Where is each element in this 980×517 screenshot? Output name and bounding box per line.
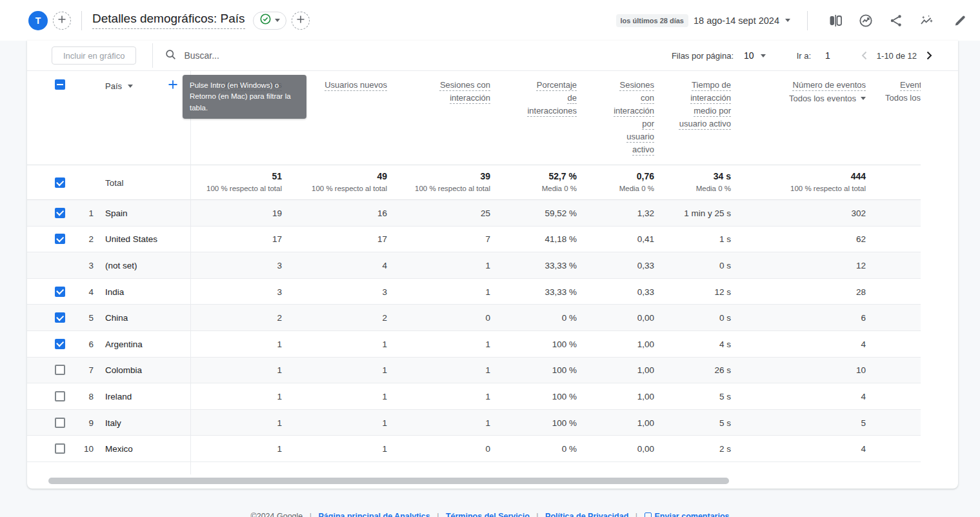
cell-event-count: 4 <box>861 339 866 349</box>
key-events-filter-dropdown[interactable]: Todos los eventos <box>885 93 921 103</box>
row-checkbox[interactable] <box>55 365 65 375</box>
cell-new-users: 2 <box>382 313 387 323</box>
rows-per-page-select[interactable]: 10 <box>744 50 754 61</box>
chevron-left-icon <box>860 50 868 61</box>
row-checkbox[interactable] <box>55 443 65 454</box>
copyright: ©2024 Google <box>250 512 303 517</box>
cell-new-users: 1 <box>382 339 387 349</box>
row-checkbox[interactable] <box>55 418 65 428</box>
share-button[interactable] <box>888 12 905 29</box>
table-row: 5 China 2 2 0 0 % 0,00 0 s 6 <box>27 305 921 331</box>
goto-page-input[interactable]: 1 <box>825 50 830 61</box>
footer-separator: | <box>310 512 312 517</box>
table-row: 4 India 3 3 1 33,33 % 0,33 12 s 28 <box>27 279 921 305</box>
cell-engaged-sessions: 0 <box>485 313 490 323</box>
row-country: (not set) <box>105 260 137 270</box>
col-header-engaged-sessions[interactable]: Sesiones con interacción <box>431 79 490 105</box>
cell-engaged-sessions-per-user: 0,00 <box>637 444 654 454</box>
table-toolbar: Incluir en gráfico Filas por página: 10 … <box>27 41 958 71</box>
row-country: Argentina <box>105 339 143 349</box>
chevron-down-icon[interactable] <box>761 54 766 57</box>
cell-engaged-sessions-per-user: 0,33 <box>637 287 654 296</box>
pagination-range: 1-10 de 12 <box>877 51 917 61</box>
insights-button[interactable] <box>857 12 874 29</box>
cell-event-count: 12 <box>856 260 866 270</box>
row-checkbox[interactable] <box>55 234 65 244</box>
cell-new-users: 3 <box>382 287 387 296</box>
add-comparison-button[interactable] <box>53 12 71 30</box>
dimension-header-country[interactable]: País <box>105 81 133 91</box>
cell-new-users: 16 <box>377 208 387 218</box>
row-checkbox[interactable] <box>55 391 65 401</box>
avatar[interactable]: T <box>28 11 48 30</box>
row-checkbox[interactable] <box>55 312 65 323</box>
table-row: 6 Argentina 1 1 1 100 % 1,00 4 s 4 <box>27 331 921 358</box>
col-header-new-users[interactable]: Usuarios nuevos <box>325 79 387 92</box>
col-header-event-count-label: Número de eventos <box>793 80 866 90</box>
include-in-chart-button[interactable]: Incluir en gráfico <box>52 46 136 65</box>
cell-engaged-sessions-per-user: 0,41 <box>637 234 654 244</box>
previous-page-button[interactable] <box>860 50 868 61</box>
footer-separator: | <box>536 512 538 517</box>
cell-engaged-sessions: 1 <box>485 391 490 401</box>
row-rank: 1 <box>88 208 94 218</box>
row-country: Colombia <box>105 365 142 375</box>
cell-new-users: 1 <box>382 365 387 375</box>
search-input[interactable] <box>184 50 377 61</box>
chevron-right-icon <box>925 50 934 61</box>
insights-icon <box>858 13 874 28</box>
col-header-avg-engagement-time[interactable]: Tiempo de interacción medio por usuario … <box>678 79 731 130</box>
col-header-key-events[interactable]: Eventos clave <box>900 79 921 92</box>
cell-event-count: 28 <box>856 287 866 296</box>
row-checkbox[interactable] <box>55 208 65 218</box>
row-checkbox[interactable] <box>55 339 65 349</box>
compare-button[interactable] <box>827 12 844 29</box>
row-country: China <box>105 313 128 323</box>
event-filter-dropdown[interactable]: Todos los eventos <box>789 94 866 103</box>
cell-new-users: 17 <box>377 234 387 244</box>
table-row: 10 Mexico 1 1 0 0 % 0,00 2 s 4 <box>27 436 921 462</box>
page-title[interactable]: Detalles demográficos: País <box>92 12 245 29</box>
total-row-checkbox[interactable] <box>55 177 65 188</box>
row-country: Italy <box>105 418 121 427</box>
horizontal-scrollbar[interactable] <box>48 478 729 484</box>
footer-link-privacy[interactable]: Política de Privacidad <box>545 512 628 517</box>
cell-avg-engagement-time: 5 s <box>719 391 731 401</box>
edit-button[interactable] <box>952 12 968 29</box>
generated-insights-button[interactable] <box>918 12 935 29</box>
chevron-down-icon[interactable] <box>785 19 790 22</box>
footer-link-terms[interactable]: Términos del Servicio <box>446 512 530 517</box>
col-header-event-count[interactable]: Número de eventos Todos los eventos <box>789 79 866 103</box>
next-page-button[interactable] <box>925 50 934 61</box>
cell-avg-engagement-time: 26 s <box>714 365 731 375</box>
cell-engaged-sessions: 1 <box>485 287 490 296</box>
cell-engagement-rate: 33,33 % <box>545 260 577 270</box>
select-all-checkbox[interactable] <box>55 79 65 90</box>
cell-engagement-rate: 0 % <box>562 444 577 454</box>
cell-total-users: 2 <box>277 313 282 323</box>
cell-engaged-sessions: 1 <box>485 339 490 349</box>
footer-link-feedback[interactable]: Enviar comentarios <box>655 512 730 517</box>
add-report-tab-button[interactable] <box>292 12 310 30</box>
col-header-engagement-rate[interactable]: Porcentaje de interacciones <box>527 79 577 117</box>
row-country: Ireland <box>105 391 132 401</box>
cell-total-users: 17 <box>272 234 282 244</box>
pagination-controls: Filas por página: 10 Ir a: 1 1-10 de 12 <box>672 50 958 61</box>
cell-engaged-sessions: 1 <box>485 365 490 375</box>
date-range-selector[interactable]: 18 ago-14 sept 2024 <box>694 15 779 26</box>
row-checkbox[interactable] <box>55 287 65 297</box>
pencil-icon <box>952 13 968 28</box>
search-icon <box>165 48 177 63</box>
divider <box>152 43 153 68</box>
cell-event-count: 4 <box>861 391 866 401</box>
row-country: Spain <box>105 208 128 218</box>
cell-new-users: 1 <box>382 391 387 401</box>
row-rank: 8 <box>88 391 94 401</box>
plus-icon <box>57 14 67 27</box>
cell-total-users: 3 <box>277 260 282 270</box>
add-dimension-button[interactable] <box>166 78 179 94</box>
col-header-engaged-sessions-per-user[interactable]: Sesiones con interacción por usuario act… <box>614 79 654 156</box>
divider <box>81 11 82 30</box>
footer-link-analytics-home[interactable]: Página principal de Analytics <box>319 512 430 517</box>
data-quality-badge[interactable] <box>253 12 286 30</box>
